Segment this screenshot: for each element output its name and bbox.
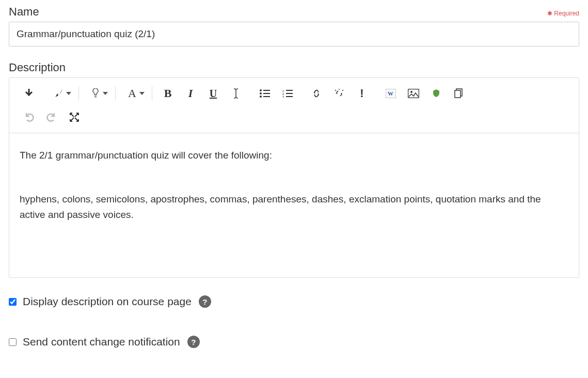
name-input[interactable] [9, 22, 579, 46]
send-notification-checkbox[interactable] [9, 338, 17, 346]
media-icon[interactable] [425, 84, 448, 103]
numbered-list-button[interactable]: 1 2 3 [276, 84, 299, 103]
font-dropdown[interactable]: A [120, 84, 148, 103]
chevron-down-icon [139, 92, 145, 95]
toolbar-separator [115, 86, 116, 101]
svg-point-4 [260, 92, 262, 94]
chevron-down-icon [103, 92, 108, 95]
description-line: hyphens, colons, semicolons, apostrophes… [20, 192, 568, 223]
styles-dropdown[interactable] [46, 84, 74, 103]
help-icon[interactable]: ? [199, 295, 211, 308]
svg-rect-11 [286, 93, 293, 94]
fullscreen-button[interactable] [63, 108, 86, 127]
svg-rect-3 [263, 90, 270, 91]
bullet-list-button[interactable] [253, 84, 276, 103]
bold-button[interactable]: B [156, 84, 179, 103]
image-button[interactable] [402, 84, 425, 103]
send-notification-label[interactable]: Send content change notification [23, 336, 180, 348]
files-icon[interactable] [448, 84, 470, 103]
svg-rect-13 [286, 96, 293, 97]
undo-button[interactable] [18, 108, 40, 127]
svg-rect-19 [455, 90, 460, 98]
svg-text:W: W [388, 90, 393, 97]
svg-rect-7 [263, 96, 270, 97]
unlink-button[interactable] [328, 84, 351, 103]
chevron-down-icon [66, 92, 71, 95]
toolbar-separator [152, 86, 152, 101]
editor-toolbar-row2 [9, 106, 579, 133]
help-icon[interactable]: ? [187, 336, 200, 348]
send-notification-row: Send content change notification ? [9, 336, 579, 348]
word-import-icon[interactable]: W [379, 84, 402, 103]
svg-rect-0 [94, 96, 97, 96]
link-button[interactable] [305, 84, 328, 103]
name-label: Name [9, 5, 39, 19]
toolbar-separator [78, 86, 79, 101]
description-line: The 2/1 grammar/punctuation quiz will co… [20, 148, 568, 163]
toggle-toolbar-icon[interactable] [18, 84, 40, 103]
alert-icon[interactable]: ! [351, 84, 373, 103]
underline-button[interactable]: U [202, 84, 225, 103]
display-on-course-label[interactable]: Display description on course page [23, 295, 192, 308]
svg-rect-5 [263, 93, 270, 94]
required-marker: ✱ Required [547, 10, 579, 17]
svg-rect-1 [94, 97, 97, 97]
editor-toolbar: A B I U [9, 78, 579, 106]
rich-text-editor: A B I U [9, 77, 579, 278]
svg-rect-9 [286, 90, 293, 91]
svg-point-6 [260, 96, 262, 98]
svg-point-17 [410, 91, 412, 93]
hint-dropdown[interactable] [83, 84, 111, 103]
redo-button[interactable] [40, 108, 63, 127]
svg-point-2 [260, 89, 262, 91]
description-label: Description [9, 61, 579, 74]
text-cursor-icon[interactable] [225, 84, 247, 103]
description-textarea[interactable]: The 2/1 grammar/punctuation quiz will co… [9, 133, 579, 277]
svg-text:3: 3 [282, 96, 284, 98]
display-on-course-checkbox[interactable] [9, 298, 17, 306]
italic-button[interactable]: I [179, 84, 202, 103]
display-on-course-row: Display description on course page ? [9, 295, 579, 308]
